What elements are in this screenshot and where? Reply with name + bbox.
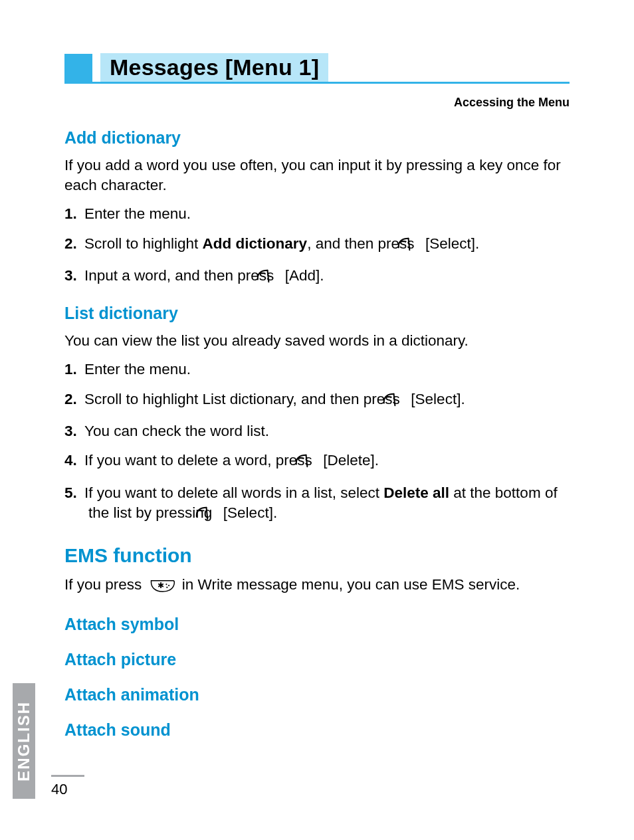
language-tab-label: ENGLISH [16,701,32,782]
page-number: 40 [51,781,104,798]
step-number: 5. [64,483,84,503]
step-number: 3. [64,421,84,441]
heading-add-dictionary: Add dictionary [64,128,570,148]
step-text: [Select]. [407,391,465,407]
step-text: Scroll to highlight [84,235,203,252]
step-text-bold: Delete all [383,484,449,501]
step-number: 2. [64,389,84,409]
step-text-bold: Add dictionary [203,235,308,252]
step-number: 3. [64,266,84,286]
body-text: You can view the list you already saved … [64,331,570,351]
step-item: 3.Input a word, and then press [Add]. [64,266,570,288]
steps-list-dictionary: 1.Enter the menu. 2.Scroll to highlight … [64,360,570,526]
step-text: Enter the menu. [84,361,191,377]
step-text: [Add]. [280,267,324,284]
steps-add-dictionary: 1.Enter the menu. 2.Scroll to highlight … [64,204,570,288]
step-text: You can check the word list. [84,423,269,439]
step-item: 2.Scroll to highlight Add dictionary, an… [64,234,570,257]
title-highlight: Messages [Menu 1] [100,53,328,82]
heading-attach-sound: Attach sound [64,720,570,740]
body-text-part: in Write message menu, you can use EMS s… [178,576,520,593]
step-item: 1.Enter the menu. [64,360,570,379]
step-number: 1. [64,204,84,224]
step-item: 4.If you want to delete a word, press [D… [64,451,570,473]
step-text: [Select]. [219,504,278,521]
language-tab: ENGLISH [13,683,35,799]
page-number-area: 40 [51,775,104,798]
step-number: 2. [64,234,84,254]
body-text: If you press in Write message menu, you … [64,575,570,599]
body-text-part: If you press [64,576,146,593]
step-text: Input a word, and then press [84,267,278,284]
title-accent-square [64,54,92,82]
breadcrumb: Accessing the Menu [64,96,570,110]
step-number: 1. [64,360,84,379]
star-key-icon [149,579,175,599]
step-number: 4. [64,451,84,471]
step-item: 1.Enter the menu. [64,204,570,224]
step-text: If you want to delete a word, press [84,452,316,469]
step-text: Scroll to highlight List dictionary, and… [84,391,404,407]
heading-list-dictionary: List dictionary [64,304,570,323]
heading-attach-picture: Attach picture [64,650,570,669]
heading-ems-function: EMS function [64,544,570,567]
page-number-rule [51,775,84,777]
heading-attach-animation: Attach animation [64,685,570,704]
page-title: Messages [Menu 1] [110,54,319,80]
step-item: 3.You can check the word list. [64,421,570,441]
body-text: If you add a word you use often, you can… [64,156,570,195]
heading-attach-symbol: Attach symbol [64,615,570,634]
step-item: 5.If you want to delete all words in a l… [64,483,570,526]
title-bar: Messages [Menu 1] [64,53,570,84]
step-text: Enter the menu. [84,205,191,222]
step-text: [Delete]. [319,452,379,469]
step-item: 2.Scroll to highlight List dictionary, a… [64,389,570,412]
step-text: If you want to delete all words in a lis… [84,484,383,501]
step-text: [Select]. [421,235,480,252]
page-content: Messages [Menu 1] Accessing the Menu Add… [64,53,570,748]
